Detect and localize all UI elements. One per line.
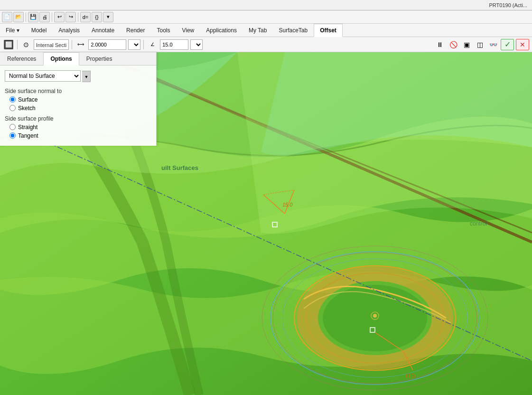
glasses-btn[interactable]: 👓 (487, 39, 499, 50)
sep3 (78, 12, 78, 22)
menu-bar: File ▾ Model Analysis Annotate Render To… (0, 24, 532, 37)
preview2-btn[interactable]: ◫ (474, 39, 485, 50)
dimension-btn[interactable]: d= (80, 12, 91, 22)
confirm-button[interactable]: ✓ (501, 39, 514, 50)
radio-surface-item[interactable]: Surface (9, 96, 151, 103)
radio-tangent-input[interactable] (9, 132, 16, 139)
width-input[interactable]: 2.0000 (88, 39, 126, 50)
sep2 (52, 12, 52, 22)
menu-tools[interactable]: Tools (151, 24, 176, 37)
stop-btn[interactable]: 🚫 (448, 39, 459, 50)
redo-btn[interactable]: ↪ (65, 12, 76, 22)
width-icon: ⟷ (75, 39, 86, 50)
radio-straight-input[interactable] (9, 124, 16, 130)
angle-unit-select[interactable] (190, 39, 203, 50)
new-btn[interactable]: 📄 (2, 12, 12, 22)
side-surface-normal-label: Side surface normal to (5, 88, 151, 94)
cancel-button[interactable]: ✕ (516, 39, 529, 50)
panel-toolbar: 🔲 ⊙ Internal Secti ⟷ 2.0000 ∠ 15.0 ⏸ 🚫 ▣… (0, 37, 532, 52)
radio-surface-input[interactable] (9, 96, 16, 103)
menu-surfacetab[interactable]: SurfaceTab (273, 24, 314, 37)
section-label: Internal Secti (34, 39, 69, 50)
normal-to-surface-select[interactable]: Normal to Surface (5, 70, 81, 82)
left-panel: References Options Properties Normal to … (0, 52, 157, 146)
section-icon[interactable]: 🔲 (3, 39, 14, 50)
angle-icon: ∠ (147, 39, 158, 50)
radio-sketch-label: Sketch (18, 105, 36, 112)
menu-model[interactable]: Model (26, 24, 53, 37)
menu-offset[interactable]: Offset (314, 24, 343, 37)
side-surface-profile-group: Straight Tangent (9, 124, 151, 139)
radio-sketch-input[interactable] (9, 105, 16, 111)
more-btn[interactable]: ▾ (103, 12, 113, 22)
radio-tangent-label: Tangent (18, 132, 38, 139)
svg-text:15.0: 15.0 (282, 202, 293, 207)
toolbar-row1: 📄 📂 💾 🖨 ↩ ↪ d= {} ▾ (0, 10, 532, 24)
radio-straight-item[interactable]: Straight (9, 124, 151, 131)
title-text: PRT0190 (Acti... (489, 2, 528, 8)
side-surface-profile-label: Side surface profile (5, 115, 151, 122)
print-btn[interactable]: 🖨 (39, 12, 50, 22)
sep4 (17, 40, 18, 49)
bracket-btn[interactable]: {} (92, 12, 102, 22)
tab-references[interactable]: References (0, 52, 43, 65)
tab-options[interactable]: Options (43, 52, 79, 66)
angle-input[interactable]: 15.0 (160, 39, 188, 50)
title-bar: PRT0190 (Acti... (0, 0, 532, 10)
radio-straight-label: Straight (18, 124, 37, 131)
sep1 (26, 12, 26, 22)
side-surface-normal-group: Surface Sketch (9, 96, 151, 112)
svg-text:control: control (470, 220, 487, 227)
menu-applications[interactable]: Applications (200, 24, 243, 37)
open-btn[interactable]: 📂 (13, 12, 24, 22)
svg-text:(0,0): (0,0) (406, 373, 416, 378)
svg-point-10 (373, 314, 377, 318)
main-area: 15.0 (0,0) uilt Surfaces control Referen… (0, 52, 532, 395)
sep6 (143, 40, 144, 49)
radio-surface-label: Surface (18, 96, 37, 103)
pause-btn[interactable]: ⏸ (434, 39, 446, 50)
tab-properties[interactable]: Properties (79, 52, 120, 65)
preview1-btn[interactable]: ▣ (461, 39, 472, 50)
undo-btn[interactable]: ↩ (54, 12, 65, 22)
sep5 (72, 40, 72, 49)
menu-file[interactable]: File ▾ (0, 24, 26, 37)
menu-annotate[interactable]: Annotate (86, 24, 121, 37)
constraint-icon[interactable]: ⊙ (20, 39, 32, 50)
normal-to-surface-row: Normal to Surface ▼ (5, 70, 151, 82)
tabs-row: References Options Properties (0, 52, 156, 66)
svg-text:uilt Surfaces: uilt Surfaces (161, 164, 198, 171)
menu-render[interactable]: Render (121, 24, 151, 37)
menu-view[interactable]: View (176, 24, 200, 37)
save-btn[interactable]: 💾 (28, 12, 38, 22)
radio-sketch-item[interactable]: Sketch (9, 105, 151, 112)
width-unit-select[interactable] (128, 39, 140, 50)
menu-mytab[interactable]: My Tab (243, 24, 273, 37)
menu-analysis[interactable]: Analysis (53, 24, 86, 37)
dropdown-arrow-icon[interactable]: ▼ (82, 71, 91, 82)
options-panel: Normal to Surface ▼ Side surface normal … (0, 66, 156, 146)
radio-tangent-item[interactable]: Tangent (9, 132, 151, 139)
